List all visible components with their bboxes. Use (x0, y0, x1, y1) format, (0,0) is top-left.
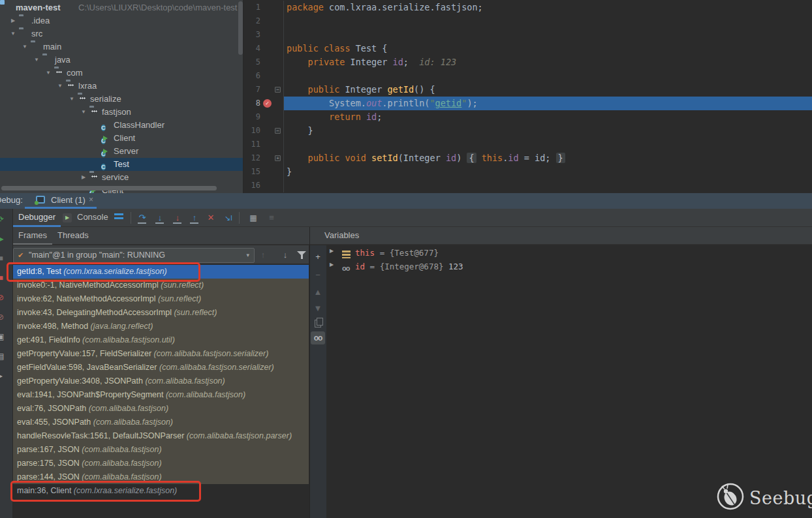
code-line-2[interactable]: 2 (243, 14, 812, 28)
stack-frame-row[interactable]: parse:175, JSON (com.alibaba.fastjson) (13, 457, 309, 470)
stack-frame-row[interactable]: invoke:62, NativeMethodAccessorImpl (sun… (13, 292, 309, 306)
breakpoint-cell[interactable] (260, 42, 274, 55)
breakpoint-icon[interactable]: ✓ (263, 99, 272, 108)
remove-watch-icon[interactable]: − (311, 269, 324, 282)
breakpoint-cell[interactable] (260, 69, 274, 83)
line-number[interactable]: 3 (243, 28, 260, 42)
tree-item-serialize[interactable]: ▼serialize (0, 93, 243, 106)
code-text[interactable]: } (284, 165, 812, 179)
mute-breakpoints-icon[interactable]: ≡ (265, 211, 278, 224)
line-number[interactable]: 4 (243, 42, 260, 55)
vertical-scrollbar[interactable] (238, 1, 243, 55)
line-number[interactable]: 5 (243, 55, 260, 69)
chevron-expanded-icon[interactable]: ▼ (33, 53, 40, 67)
fold-cell[interactable] (274, 69, 284, 83)
stack-frame-row[interactable]: eval:455, JSONPath (com.alibaba.fastjson… (13, 416, 309, 429)
previous-frame-icon[interactable]: ↑ (257, 249, 270, 262)
chevron-collapsed-icon[interactable]: ▶ (9, 14, 17, 27)
stack-frame-row[interactable]: eval:1941, JSONPath$PropertySegment (com… (13, 388, 309, 402)
line-number[interactable]: 2 (243, 14, 260, 28)
tree-item-fastjson[interactable]: ▼fastjson (0, 106, 243, 119)
code-text[interactable]: public class Test { (284, 42, 812, 55)
code-line-4[interactable]: 4public class Test { (243, 42, 812, 55)
fold-cell[interactable] (274, 1, 284, 14)
stack-frame-row[interactable]: invoke:498, Method (java.lang.reflect) (13, 320, 309, 333)
stack-frame-row[interactable]: parse:144, JSON (com.alibaba.fastjson) (13, 470, 309, 484)
chevron-collapsed-icon[interactable]: ▶ (330, 262, 334, 267)
step-out-icon[interactable]: ↑ (188, 211, 201, 224)
fold-cell[interactable] (274, 97, 284, 110)
stack-frame-row[interactable]: get:491, FieldInfo (com.alibaba.fastjson… (13, 333, 309, 347)
tree-item-client[interactable]: CClient (0, 132, 243, 145)
breakpoint-cell[interactable] (260, 165, 274, 179)
breakpoint-cell[interactable] (260, 28, 274, 42)
tree-item-service[interactable]: ▶service (0, 171, 243, 184)
stack-frame-row[interactable]: parse:167, JSON (com.alibaba.fastjson) (13, 443, 309, 457)
fold-cell[interactable] (274, 14, 284, 28)
code-text[interactable] (284, 14, 812, 28)
code-text[interactable]: public Integer getId() { (284, 83, 812, 97)
stack-frame-row[interactable]: eval:76, JSONPath (com.alibaba.fastjson) (13, 402, 309, 416)
code-text[interactable]: } (284, 124, 812, 138)
code-text[interactable]: package com.lxraa.serialize.fastjson; (284, 1, 812, 14)
show-watches-icon[interactable]: oo (311, 331, 325, 344)
chevron-expanded-icon[interactable]: ▼ (9, 27, 17, 40)
fold-cell[interactable] (274, 55, 284, 69)
settings-button[interactable]: ▤ (0, 351, 6, 361)
stack-frame-row[interactable]: main:36, Client (com.lxraa.serialize.fas… (13, 484, 309, 498)
chevron-expanded-icon[interactable]: ▼ (68, 93, 76, 106)
breakpoint-cell[interactable] (260, 14, 274, 28)
code-line-7[interactable]: 7− public Integer getId() { (243, 83, 812, 97)
tree-item-com[interactable]: ▼com (0, 67, 243, 80)
code-text[interactable] (284, 138, 812, 151)
fold-cell[interactable]: − (274, 124, 284, 138)
stack-frame-row[interactable]: invoke:43, DelegatingMethodAccessorImpl … (13, 306, 309, 320)
tree-item-test[interactable]: CTest (0, 158, 243, 171)
fold-collapse-icon[interactable]: − (275, 87, 281, 93)
breakpoint-cell[interactable] (260, 179, 274, 192)
drop-frame-icon[interactable]: ✕ (204, 211, 217, 224)
resume-button[interactable]: ▶ (0, 234, 6, 244)
breakpoint-cell[interactable] (260, 1, 274, 14)
line-number[interactable]: 1 (243, 1, 260, 14)
stack-frame-row[interactable]: getId:8, Test (com.lxraa.serialize.fastj… (13, 265, 309, 279)
add-watch-icon[interactable]: + (311, 251, 324, 264)
code-line-8[interactable]: 8✓ System.out.println("getid"); (243, 97, 812, 110)
thread-dump-button[interactable]: ▣ (0, 331, 6, 342)
stack-frame-row[interactable]: getFieldValue:598, JavaBeanSerializer (c… (13, 361, 309, 374)
line-number[interactable]: 16 (243, 179, 260, 192)
tree-item-java[interactable]: ▼java (0, 53, 243, 67)
code-text[interactable] (284, 69, 812, 83)
breakpoint-cell[interactable] (260, 151, 274, 165)
code-line-1[interactable]: 1package com.lxraa.serialize.fastjson; (243, 1, 812, 14)
line-number[interactable]: 8 (243, 97, 260, 110)
breakpoint-cell[interactable] (260, 124, 274, 138)
tree-item-classhandler[interactable]: CClassHandler (0, 119, 243, 132)
force-step-into-icon[interactable]: ↓ (171, 211, 184, 224)
breakpoint-cell[interactable] (260, 83, 274, 97)
line-number[interactable]: 15 (243, 165, 260, 179)
code-line-9[interactable]: 9 return id; (243, 110, 812, 124)
thread-dropdown[interactable]: ✔ "main"@1 in group "main": RUNNING ▾ (13, 248, 255, 263)
step-into-icon[interactable]: ↓ (153, 211, 166, 224)
stop-button[interactable]: ■ (0, 273, 6, 283)
code-line-10[interactable]: 10− } (243, 124, 812, 138)
line-number[interactable]: 11 (243, 138, 260, 151)
breakpoint-cell[interactable] (260, 138, 274, 151)
code-line-11[interactable]: 11 (243, 138, 812, 151)
tree-item-src[interactable]: ▼src (0, 27, 243, 40)
horizontal-scrollbar[interactable] (1, 186, 217, 190)
rerun-button[interactable]: ⟳ (0, 214, 6, 224)
code-text[interactable]: private Integer id; id: 123 (284, 55, 812, 69)
code-text[interactable] (284, 28, 812, 42)
code-text[interactable]: public void setId(Integer id) { this.id … (284, 151, 812, 165)
pause-button[interactable]: ■ (0, 253, 6, 264)
fold-cell[interactable] (274, 138, 284, 151)
tab-threads[interactable]: Threads (57, 227, 89, 245)
line-number[interactable]: 10 (243, 124, 260, 138)
code-line-6[interactable]: 6 (243, 69, 812, 83)
fold-cell[interactable]: + (274, 151, 284, 165)
fold-cell[interactable] (274, 110, 284, 124)
move-watch-down-icon[interactable]: ▼ (311, 302, 324, 315)
step-over-icon[interactable]: ↷ (136, 211, 149, 224)
